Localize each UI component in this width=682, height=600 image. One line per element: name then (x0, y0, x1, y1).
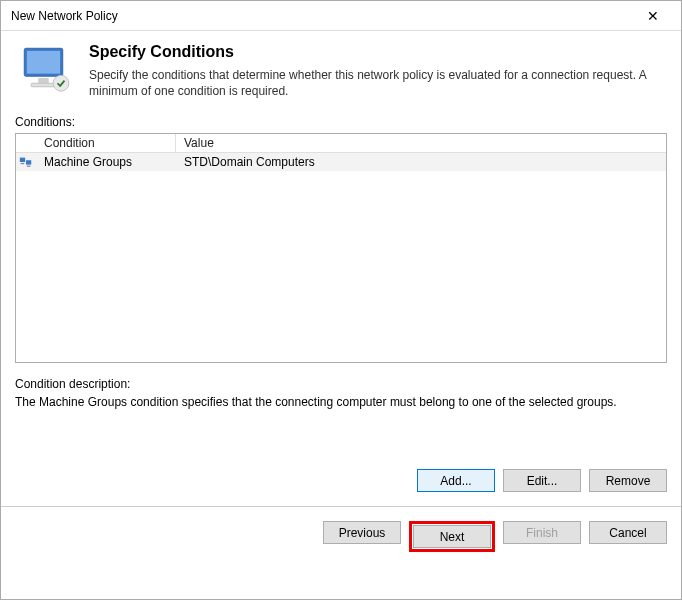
condition-name: Machine Groups (36, 153, 176, 171)
condition-value: STD\Domain Computers (176, 153, 666, 171)
edit-button[interactable]: Edit... (503, 469, 581, 492)
description-label: Condition description: (15, 377, 667, 391)
svg-rect-5 (20, 158, 25, 162)
wizard-header: Specify Conditions Specify the condition… (1, 31, 681, 109)
svg-rect-1 (27, 51, 60, 74)
close-icon: ✕ (647, 8, 659, 24)
conditions-list[interactable]: Condition Value Machine Groups STD\Domai… (15, 133, 667, 363)
machine-groups-icon (16, 153, 36, 171)
monitor-icon (19, 43, 75, 99)
finish-button: Finish (503, 521, 581, 544)
condition-row[interactable]: Machine Groups STD\Domain Computers (16, 153, 666, 171)
page-subtitle: Specify the conditions that determine wh… (89, 67, 663, 99)
cancel-button[interactable]: Cancel (589, 521, 667, 544)
svg-rect-3 (31, 83, 56, 87)
svg-rect-7 (21, 163, 25, 164)
header-condition[interactable]: Condition (36, 134, 176, 153)
description-text: The Machine Groups condition specifies t… (15, 395, 667, 409)
svg-rect-8 (27, 166, 31, 167)
svg-point-4 (53, 75, 69, 91)
previous-button[interactable]: Previous (323, 521, 401, 544)
header-value[interactable]: Value (176, 134, 666, 153)
header-icon-col (16, 134, 36, 153)
next-button[interactable]: Next (413, 525, 491, 548)
conditions-header-row: Condition Value (16, 134, 666, 153)
conditions-label: Conditions: (15, 115, 667, 129)
next-button-highlight: Next (409, 521, 495, 552)
svg-rect-2 (38, 78, 49, 83)
close-button[interactable]: ✕ (633, 2, 673, 30)
window-title: New Network Policy (11, 9, 118, 23)
page-title: Specify Conditions (89, 43, 663, 61)
remove-button[interactable]: Remove (589, 469, 667, 492)
wizard-button-row: Previous Next Finish Cancel (1, 507, 681, 566)
add-button[interactable]: Add... (417, 469, 495, 492)
titlebar: New Network Policy ✕ (1, 1, 681, 31)
svg-rect-6 (26, 161, 31, 165)
